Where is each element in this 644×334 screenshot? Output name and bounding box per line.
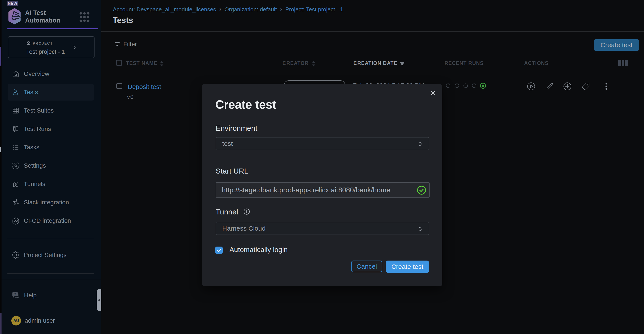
svg-text:?: ? — [14, 293, 16, 296]
